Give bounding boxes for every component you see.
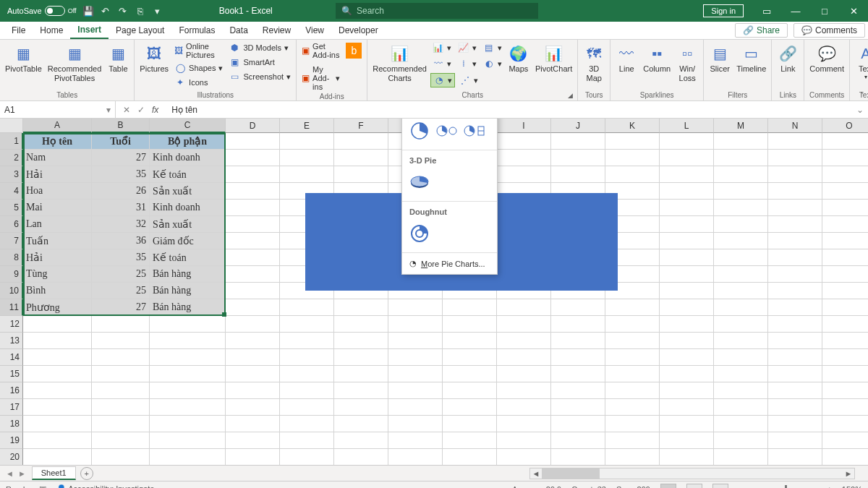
cell-G15[interactable] (388, 366, 443, 382)
cell-F2[interactable] (334, 150, 388, 166)
maps-button[interactable]: 🌍Maps (506, 41, 532, 75)
cell-C16[interactable] (150, 382, 226, 399)
cell-N13[interactable] (768, 333, 822, 349)
cell-O5[interactable] (822, 200, 868, 216)
cell-C6[interactable]: Sản xuất (150, 216, 226, 233)
cell-B14[interactable] (92, 349, 150, 366)
table-button[interactable]: ▦Table (105, 41, 131, 75)
cell-I11[interactable] (497, 299, 551, 316)
link-button[interactable]: 🔗Link (775, 41, 801, 75)
cell-M13[interactable] (714, 333, 768, 349)
row-header-17[interactable]: 17 (0, 399, 23, 416)
cell-A9[interactable]: Tùng (23, 266, 92, 283)
cell-H19[interactable] (443, 432, 497, 449)
cell-J20[interactable] (551, 449, 605, 465)
cell-C13[interactable] (150, 333, 226, 349)
cell-B7[interactable]: 36 (92, 233, 150, 249)
cell-E1[interactable] (280, 133, 334, 150)
undo-icon[interactable]: ↶ (100, 5, 111, 17)
cell-M14[interactable] (714, 349, 768, 366)
zoom-out-button[interactable]: − (739, 485, 743, 489)
cell-F17[interactable] (334, 399, 388, 416)
cell-A6[interactable]: Lan (23, 216, 92, 233)
cell-A15[interactable] (23, 366, 92, 382)
ribbon-display-icon[interactable]: ▭ (752, 0, 781, 22)
row-header-11[interactable]: 11 (0, 299, 23, 316)
cell-L8[interactable] (660, 249, 714, 266)
enter-formula-icon[interactable]: ✓ (137, 105, 145, 115)
row-header-4[interactable]: 4 (0, 183, 23, 200)
cell-H17[interactable] (443, 399, 497, 416)
cell-A7[interactable]: Tuấn (23, 233, 92, 249)
cell-J2[interactable] (551, 150, 605, 166)
cell-D16[interactable] (226, 382, 280, 399)
cell-H18[interactable] (443, 416, 497, 432)
cell-C5[interactable]: Kinh doanh (150, 200, 226, 216)
cell-L6[interactable] (660, 216, 714, 233)
cell-C14[interactable] (150, 349, 226, 366)
comments-button[interactable]: 💬 Comments (793, 23, 865, 38)
cell-L12[interactable] (660, 316, 714, 333)
cell-A2[interactable]: Nam (23, 150, 92, 166)
cell-M4[interactable] (714, 183, 768, 200)
sparkline-column-button[interactable]: ▪▪Column (641, 41, 673, 75)
cell-L9[interactable] (660, 266, 714, 283)
save-icon[interactable]: 💾 (82, 5, 94, 17)
cell-O6[interactable] (822, 216, 868, 233)
cell-D7[interactable] (226, 233, 280, 249)
cell-D20[interactable] (226, 449, 280, 465)
slicer-button[interactable]: ▤Slicer (707, 41, 733, 75)
more-pie-charts-button[interactable]: ◔More Pie Charts... (402, 253, 497, 274)
cell-N17[interactable] (768, 399, 822, 416)
cell-O18[interactable] (822, 416, 868, 432)
cell-O2[interactable] (822, 150, 868, 166)
row-header-3[interactable]: 3 (0, 166, 23, 183)
page-layout-view-button[interactable] (686, 484, 702, 489)
cell-J16[interactable] (551, 382, 605, 399)
cell-O4[interactable] (822, 183, 868, 200)
sparkline-winloss-button[interactable]: ▫▫Win/ Loss (674, 41, 700, 84)
cell-A19[interactable] (23, 432, 92, 449)
cell-G13[interactable] (388, 333, 443, 349)
cell-H20[interactable] (443, 449, 497, 465)
cell-B13[interactable] (92, 333, 150, 349)
column-header-B[interactable]: B (92, 119, 150, 133)
cell-O3[interactable] (822, 166, 868, 183)
row-header-19[interactable]: 19 (0, 432, 23, 449)
my-addins-button[interactable]: ▣My Add-ins ▾ (299, 64, 342, 92)
cell-A5[interactable]: Mai (23, 200, 92, 216)
cell-G16[interactable] (388, 382, 443, 399)
cell-L10[interactable] (660, 283, 714, 299)
cell-C10[interactable]: Bán hàng (150, 283, 226, 299)
cell-C19[interactable] (150, 432, 226, 449)
cell-B3[interactable]: 35 (92, 166, 150, 183)
cell-C17[interactable] (150, 399, 226, 416)
cell-L13[interactable] (660, 333, 714, 349)
cell-K19[interactable] (605, 432, 660, 449)
spreadsheet-grid[interactable]: ABCDEFGHIJKLMNO 123456789101112131415161… (0, 119, 868, 465)
cell-O12[interactable] (822, 316, 868, 333)
cell-O8[interactable] (822, 249, 868, 266)
cell-K15[interactable] (605, 366, 660, 382)
statistic-chart-button[interactable]: ⁞▾ (456, 57, 479, 70)
row-header-18[interactable]: 18 (0, 416, 23, 432)
cell-H14[interactable] (443, 349, 497, 366)
cell-C20[interactable] (150, 449, 226, 465)
column-header-A[interactable]: A (23, 119, 92, 133)
zoom-in-button[interactable]: + (827, 485, 831, 489)
cell-N10[interactable] (768, 283, 822, 299)
cell-B17[interactable] (92, 399, 150, 416)
cell-K16[interactable] (605, 382, 660, 399)
cell-A12[interactable] (23, 316, 92, 333)
shapes-button[interactable]: ◯Shapes ▾ (172, 61, 225, 74)
cell-N18[interactable] (768, 416, 822, 432)
cell-D12[interactable] (226, 316, 280, 333)
cell-F3[interactable] (334, 166, 388, 183)
cell-I18[interactable] (497, 416, 551, 432)
macro-record-icon[interactable]: ▣ (39, 484, 46, 488)
comment-button[interactable]: 💬Comment (807, 41, 846, 75)
cell-F15[interactable] (334, 366, 388, 382)
column-chart-button[interactable]: 📊▾ (430, 41, 454, 54)
cell-N5[interactable] (768, 200, 822, 216)
column-header-E[interactable]: E (280, 119, 334, 133)
